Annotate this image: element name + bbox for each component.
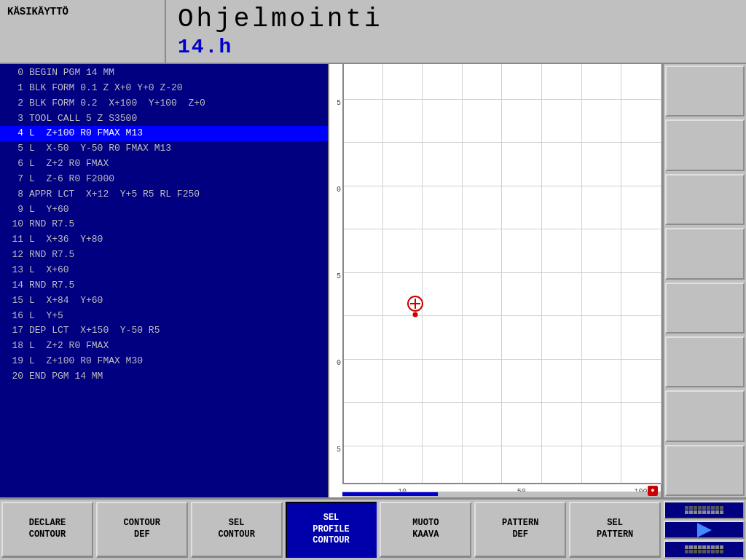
sidebar-btn-3[interactable] bbox=[665, 174, 745, 225]
code-line-1[interactable]: 1BLK FORM 0.1 Z X+0 Y+0 Z-20 bbox=[0, 81, 328, 96]
sidebar-btn-8[interactable] bbox=[665, 445, 745, 496]
nav-btn-sel-contour[interactable]: SEL CONTOUR bbox=[191, 502, 283, 558]
code-line-8[interactable]: 8APPR LCT X+12 Y+5 R5 RL F250 bbox=[0, 187, 328, 202]
code-line-11[interactable]: 11L X+36 Y+80 bbox=[0, 232, 328, 248]
code-line-7[interactable]: 7L Z-6 R0 F2000 bbox=[0, 172, 328, 187]
code-line-17[interactable]: 17DEP LCT X+150 Y-50 R5 bbox=[0, 323, 328, 339]
code-line-4[interactable]: 4L Z+100 R0 FMAX M13 bbox=[0, 126, 328, 141]
nav-btn-pattern-def[interactable]: PATTERN DEF bbox=[474, 502, 566, 558]
code-line-14[interactable]: 14RND R7.5 bbox=[0, 278, 328, 293]
page-title: Ohjelmointi bbox=[178, 4, 734, 34]
code-line-15[interactable]: 15L X+84 Y+60 bbox=[0, 293, 328, 309]
graph-panel: 5 0 5 0 5 10 50 100 ● bbox=[328, 64, 662, 497]
code-line-19[interactable]: 19L Z+100 R0 FMAX M30 bbox=[0, 354, 328, 369]
code-panel: 0BEGIN PGM 14 MM1BLK FORM 0.1 Z X+0 Y+0 … bbox=[0, 64, 328, 497]
right-nav-bottom[interactable] bbox=[664, 540, 745, 559]
right-nav-top[interactable] bbox=[664, 501, 745, 519]
code-line-16[interactable]: 16L Y+5 bbox=[0, 309, 328, 324]
sidebar-btn-6[interactable] bbox=[665, 336, 745, 387]
code-line-3[interactable]: 3TOOL CALL 5 Z S3500 bbox=[0, 111, 328, 127]
right-sidebar bbox=[662, 64, 746, 497]
code-line-20[interactable]: 20END PGM 14 MM bbox=[0, 369, 328, 384]
nav-btn-muoto-kaava[interactable]: MUOTO KAAVA bbox=[380, 502, 471, 558]
code-line-9[interactable]: 9L Y+60 bbox=[0, 202, 328, 218]
code-line-0[interactable]: 0BEGIN PGM 14 MM bbox=[0, 66, 328, 81]
nav-btn-declare-contour[interactable]: DECLARE CONTOUR bbox=[1, 502, 93, 558]
sidebar-btn-7[interactable] bbox=[665, 390, 745, 441]
nav-btn-contour-def[interactable]: CONTOUR DEF bbox=[96, 502, 188, 558]
sidebar-btn-2[interactable] bbox=[665, 119, 745, 170]
nav-btn-sel-profile-contour[interactable]: SEL PROFILE CONTOUR bbox=[286, 502, 377, 558]
mode-label: KÄSIKÄYTTÖ bbox=[0, 0, 166, 63]
code-line-18[interactable]: 18L Z+2 R0 FMAX bbox=[0, 339, 328, 354]
right-nav-arrow[interactable] bbox=[664, 521, 745, 539]
code-line-12[interactable]: 12RND R7.5 bbox=[0, 248, 328, 263]
code-line-2[interactable]: 2BLK FORM 0.2 X+100 Y+100 Z+0 bbox=[0, 96, 328, 111]
right-nav-area bbox=[662, 500, 746, 560]
page-subtitle: 14.h bbox=[178, 36, 734, 58]
sidebar-btn-1[interactable] bbox=[665, 66, 745, 117]
code-line-13[interactable]: 13L X+60 bbox=[0, 263, 328, 278]
sidebar-btn-4[interactable] bbox=[665, 228, 745, 279]
code-line-10[interactable]: 10RND R7.5 bbox=[0, 217, 328, 232]
code-line-5[interactable]: 5L X-50 Y-50 R0 FMAX M13 bbox=[0, 141, 328, 157]
sidebar-btn-5[interactable] bbox=[665, 283, 745, 334]
code-line-6[interactable]: 6L Z+2 R0 FMAX bbox=[0, 157, 328, 172]
scroll-indicator: ● bbox=[648, 486, 658, 496]
nav-btn-sel-pattern[interactable]: SEL PATTERN bbox=[569, 502, 661, 558]
